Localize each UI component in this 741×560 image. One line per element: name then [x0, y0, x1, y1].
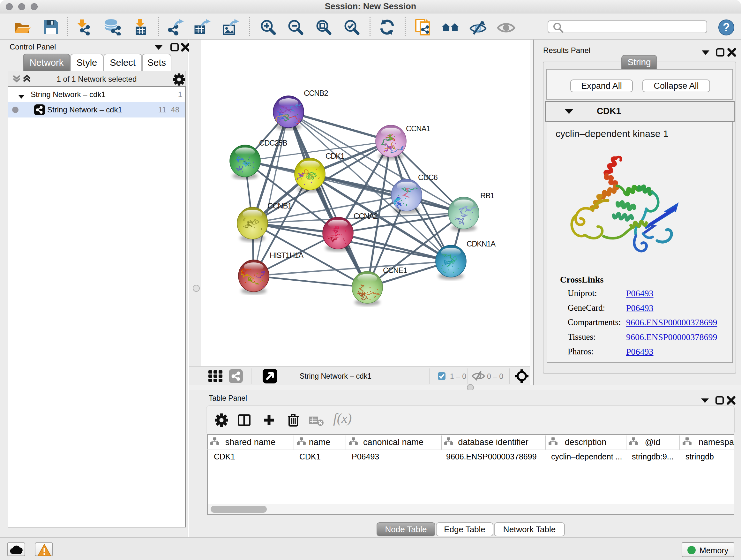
svg-text:CCNB2: CCNB2: [304, 89, 328, 98]
svg-text:CDC25B: CDC25B: [259, 138, 287, 147]
svg-text:CDKN1A: CDKN1A: [467, 240, 495, 248]
svg-text:CCNE1: CCNE1: [383, 266, 407, 274]
svg-text:RB1: RB1: [480, 191, 494, 200]
svg-text:HIST1H1A: HIST1H1A: [270, 251, 304, 260]
svg-text:CCNA2: CCNA2: [354, 212, 378, 220]
svg-text:CDC6: CDC6: [418, 173, 437, 182]
svg-text:CCNB1: CCNB1: [267, 201, 292, 210]
svg-text:?: ?: [723, 21, 730, 34]
svg-text:CCNA1: CCNA1: [406, 124, 430, 133]
svg-text:CDK1: CDK1: [326, 152, 345, 160]
